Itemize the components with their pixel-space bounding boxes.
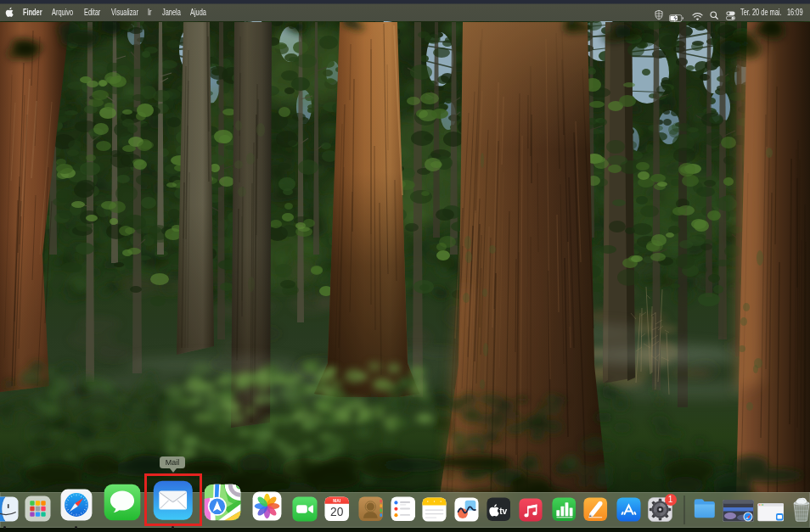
svg-text:tv: tv: [499, 507, 507, 516]
svg-text:20: 20: [330, 505, 344, 518]
svg-text:MAI: MAI: [333, 499, 341, 503]
